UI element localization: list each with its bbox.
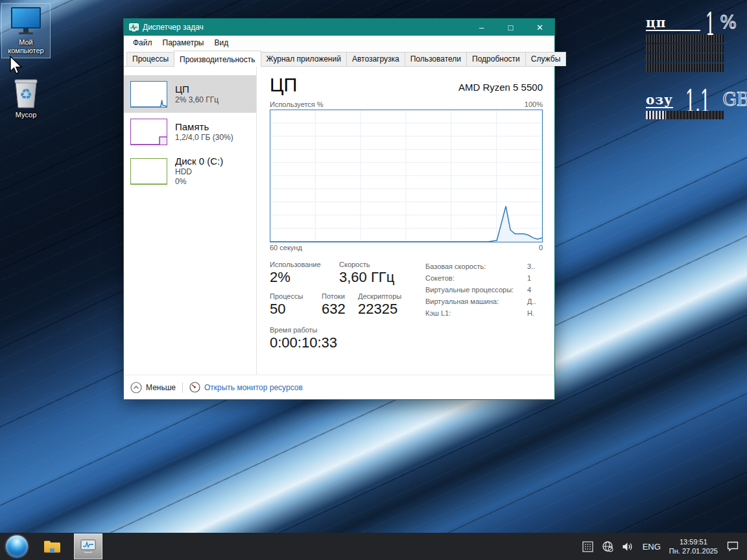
sidebar-item-disk[interactable]: Диск 0 (C:) HDD 0% — [124, 150, 256, 192]
desktop-icon-label: Мой компьютер — [3, 38, 49, 55]
sidebar-memory-title: Память — [175, 121, 233, 133]
gadget-ram-label: озу — [646, 93, 673, 108]
tab-performance[interactable]: Производительность — [174, 51, 261, 67]
memory-mini-graph — [130, 119, 167, 145]
mouse-cursor — [8, 56, 23, 75]
tab-processes[interactable]: Процессы — [126, 52, 174, 66]
detail-label-virtual-processors: Виртуальные процессоры: — [425, 284, 527, 296]
menu-file[interactable]: Файл — [128, 36, 158, 50]
fewer-details-button[interactable]: Меньше — [130, 382, 176, 393]
cpu-model: AMD Ryzen 5 5500 — [458, 82, 543, 95]
tab-details[interactable]: Подробности — [466, 52, 526, 66]
tab-users[interactable]: Пользователи — [405, 52, 467, 66]
stat-label-speed: Скорость — [339, 261, 394, 268]
detail-label-base-speed: Базовая скорость: — [425, 261, 527, 272]
recycle-bin-icon: ♻ — [12, 78, 40, 109]
stat-label-handles: Дескрипторы — [358, 292, 401, 300]
clock-date: Пн. 27.01.2025 — [669, 546, 718, 555]
start-button[interactable] — [4, 533, 30, 559]
clock-time: 13:59:51 — [669, 537, 718, 546]
menu-view[interactable]: Вид — [209, 36, 233, 50]
performance-sidebar: ЦП 2% 3,60 ГГц Память 1,2/4,0 ГБ (30%) — [124, 67, 257, 375]
network-no-internet-icon[interactable] — [602, 541, 613, 552]
gadget-ram-bar — [646, 111, 724, 119]
app-icon — [129, 23, 139, 32]
detail-value-l1-cache: Н. — [527, 307, 543, 319]
gadget-cpu-row: цп 1 % — [646, 4, 737, 31]
stat-label-processes: Процессы — [270, 292, 322, 300]
touch-keyboard-icon[interactable] — [582, 541, 593, 552]
disk-mini-graph — [130, 158, 167, 185]
uptime-label: Время работы — [270, 326, 418, 334]
menu-bar: Файл Параметры Вид — [124, 36, 554, 50]
sidebar-item-cpu[interactable]: ЦП 2% 3,60 ГГц — [124, 75, 256, 113]
tab-services[interactable]: Службы — [525, 52, 566, 66]
desktop-icon-trash[interactable]: ♻ Мусор — [1, 75, 51, 122]
detail-value-virtual-processors: 4 — [527, 284, 543, 296]
gadget-cpu-unit: % — [720, 14, 737, 31]
open-resource-monitor-label: Открыть монитор ресурсов — [204, 383, 303, 392]
recycle-symbol-icon: ♻ — [19, 86, 32, 102]
sidebar-disk-title: Диск 0 (C:) — [175, 156, 223, 167]
stat-value-handles: 22325 — [358, 300, 401, 318]
volume-icon[interactable] — [622, 541, 634, 552]
gadget-ram-value: 1.1 — [685, 89, 710, 113]
tab-startup[interactable]: Автозагрузка — [346, 52, 405, 66]
task-manager-icon — [80, 539, 97, 554]
gadget-ram-unit: GB — [722, 91, 747, 108]
stat-label-usage: Использование — [270, 261, 339, 268]
action-center-icon[interactable] — [726, 541, 739, 552]
tab-app-history[interactable]: Журнал приложений — [261, 52, 347, 66]
cpu-mini-graph — [130, 81, 167, 108]
panel-title: ЦП — [270, 75, 297, 95]
graph-time-label: 60 секунд — [270, 244, 302, 251]
language-indicator[interactable]: ENG — [643, 542, 661, 552]
uptime-value: 0:00:10:33 — [270, 334, 418, 352]
system-tray: ENG 13:59:51 Пн. 27.01.2025 — [582, 537, 747, 555]
taskbar-task-manager-button[interactable] — [74, 533, 102, 559]
stat-value-speed: 3,60 ГГц — [339, 268, 394, 286]
desktop-icon-label: Мусор — [16, 111, 37, 119]
graph-series-label: Используется % — [270, 100, 324, 108]
start-orb-icon — [6, 535, 28, 557]
stat-value-threads: 632 — [322, 300, 358, 318]
menu-options[interactable]: Параметры — [158, 36, 209, 50]
stat-value-processes: 50 — [270, 300, 322, 318]
sidebar-disk-type: HDD — [175, 167, 223, 177]
resource-monitor-icon — [189, 382, 200, 393]
desktop: Мой компьютер ♻ Мусор цп 1 % оз — [0, 0, 747, 560]
tab-strip: Процессы Производительность Журнал прило… — [124, 50, 554, 67]
gadget-cpu-value: 1 — [705, 12, 715, 36]
detail-label-virtual-machine: Виртуальная машина: — [425, 296, 527, 307]
cpu-stats: Использование 2% Скорость 3,60 ГГц Проце… — [270, 261, 418, 352]
desktop-icon-my-computer[interactable]: Мой компьютер — [1, 3, 51, 58]
detail-value-base-speed: 3.. — [527, 261, 543, 272]
taskbar-file-explorer-button[interactable] — [38, 533, 66, 559]
sidebar-item-memory[interactable]: Память 1,2/4,0 ГБ (30%) — [124, 113, 256, 150]
open-resource-monitor-link[interactable]: Открыть монитор ресурсов — [189, 382, 303, 393]
graph-zero-label: 0 — [539, 244, 543, 251]
maximize-button[interactable]: □ — [496, 19, 525, 36]
sidebar-cpu-title: ЦП — [175, 84, 219, 95]
window-title: Диспетчер задач — [143, 23, 467, 32]
detail-label-sockets: Сокетов: — [425, 272, 527, 284]
gadget-cpu-label: цп — [646, 16, 700, 31]
stat-label-threads: Потоки — [322, 292, 358, 300]
window-footer: Меньше Открыть монитор ресурсов — [124, 375, 554, 399]
gadget-ram-row: озу 1.1 GB — [646, 81, 737, 119]
detail-value-sockets: 1 — [527, 272, 543, 284]
stat-value-usage: 2% — [270, 268, 339, 286]
fewer-details-label: Меньше — [146, 383, 176, 392]
sidebar-cpu-stats: 2% 3,60 ГГц — [175, 95, 219, 105]
cpu-panel: ЦП AMD Ryzen 5 5500 Используется % 100% … — [257, 67, 554, 375]
taskbar-clock[interactable]: 13:59:51 Пн. 27.01.2025 — [669, 537, 718, 555]
titlebar[interactable]: Диспетчер задач – □ ✕ — [124, 19, 554, 36]
cpu-usage-graph[interactable] — [270, 110, 543, 242]
minimize-button[interactable]: – — [467, 19, 496, 36]
cpu-details: Базовая скорость:3.. Сокетов:1 Виртуальн… — [418, 261, 543, 352]
taskbar: ENG 13:59:51 Пн. 27.01.2025 — [0, 533, 747, 560]
close-button[interactable]: ✕ — [525, 19, 554, 36]
chevron-up-circle-icon — [130, 382, 142, 393]
footer-separator — [182, 382, 183, 393]
folder-icon — [43, 540, 61, 554]
